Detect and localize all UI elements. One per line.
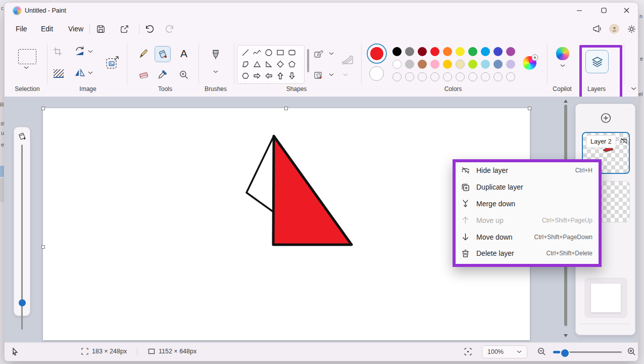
menu-item-move-up[interactable]: Move up Ctrl+Shift+PageUp [456, 212, 599, 229]
color-swatch[interactable] [468, 60, 477, 69]
color-swatch[interactable] [506, 60, 515, 69]
selection-tool-button[interactable] [18, 49, 36, 64]
empty-color-slot[interactable] [405, 72, 414, 81]
canvas-resize-handle[interactable] [41, 107, 45, 110]
menu-item-move-down[interactable]: Move down Ctrl+Shift+PageDown [456, 229, 599, 245]
text-tool-button[interactable]: A [176, 46, 191, 61]
canvas-resize-handle[interactable] [284, 107, 288, 110]
color1-selected-swatch[interactable] [367, 43, 387, 64]
chevron-down-icon[interactable] [343, 73, 348, 76]
empty-color-slot[interactable] [468, 72, 477, 81]
layers-button[interactable] [585, 50, 609, 73]
shape-arrow-up-icon[interactable] [274, 70, 286, 81]
redo-button[interactable] [162, 21, 177, 36]
crop-icon[interactable] [53, 47, 62, 56]
pencil-tool-button[interactable] [136, 46, 151, 61]
shape-outline-icon[interactable] [314, 49, 325, 59]
palette-row-1[interactable] [390, 47, 517, 56]
color-swatch[interactable] [405, 60, 414, 69]
maximize-button[interactable] [592, 3, 615, 18]
color-swatch[interactable] [456, 60, 465, 69]
chevron-down-icon[interactable] [329, 73, 334, 76]
color-swatch[interactable] [418, 60, 427, 69]
empty-color-slot[interactable] [456, 72, 465, 81]
color-swatch[interactable] [481, 47, 490, 56]
chevron-down-icon[interactable] [88, 71, 93, 74]
shape-polygon-icon[interactable] [239, 58, 251, 70]
shape-curve-icon[interactable] [251, 47, 263, 58]
fill-tool-button[interactable] [155, 46, 171, 62]
color-swatch[interactable] [443, 60, 452, 69]
color-swatch[interactable] [493, 47, 503, 56]
empty-color-slot[interactable] [418, 72, 427, 81]
layer-item-background[interactable] [584, 278, 627, 318]
empty-color-slot[interactable] [493, 72, 503, 81]
menu-edit[interactable]: Edit [36, 22, 58, 36]
zoom-in-icon[interactable] [627, 347, 636, 356]
add-layer-button[interactable] [599, 111, 612, 124]
scroll-down-arrow-icon[interactable] [564, 334, 568, 337]
color-picker-tool-button[interactable] [155, 67, 170, 82]
palette-row-2[interactable] [390, 60, 517, 69]
shape-rounded-rectangle-icon[interactable] [286, 47, 298, 58]
settings-button[interactable] [624, 21, 638, 36]
empty-color-slot[interactable] [430, 72, 439, 81]
color-swatch[interactable] [481, 60, 490, 69]
menu-item-merge-down[interactable]: Merge down [456, 196, 599, 212]
account-button[interactable] [609, 24, 619, 34]
shape-line-icon[interactable] [239, 47, 251, 58]
rotate-icon[interactable] [74, 46, 85, 56]
color-swatch[interactable] [418, 47, 427, 56]
shape-arrow-left-icon[interactable] [263, 70, 274, 81]
shape-callout-rounded-icon[interactable] [274, 81, 286, 84]
menu-view[interactable]: View [63, 22, 88, 36]
opacity-slider-thumb[interactable] [19, 299, 26, 306]
palette-row-3-empty[interactable] [390, 72, 517, 81]
shape-arrow-down-icon[interactable] [286, 70, 298, 81]
shape-triangle-icon[interactable] [251, 58, 263, 70]
shape-arrow-right-icon[interactable] [251, 70, 263, 81]
shape-star-five-icon[interactable] [251, 81, 263, 84]
menu-file[interactable]: File [11, 22, 32, 36]
canvas-resize-handle[interactable] [528, 107, 531, 110]
menu-item-duplicate-layer[interactable]: Duplicate layer [456, 179, 599, 196]
chevron-down-icon[interactable] [213, 70, 218, 73]
color-swatch[interactable] [392, 47, 402, 56]
layer-hidden-eye-slash-icon[interactable] [619, 136, 628, 146]
color-swatch[interactable] [405, 47, 414, 56]
flip-icon[interactable] [74, 68, 85, 77]
shape-hexagon-icon[interactable] [239, 70, 251, 81]
ribbon-collapse-chevron-icon[interactable] [631, 87, 636, 90]
feedback-button[interactable] [589, 21, 605, 36]
edit-colors-wheel-icon[interactable] [523, 56, 536, 70]
zoom-level-dropdown[interactable]: 100% [482, 345, 527, 358]
fit-to-screen-icon[interactable] [463, 347, 473, 356]
shape-diamond-icon[interactable] [274, 58, 286, 70]
empty-color-slot[interactable] [506, 72, 515, 81]
share-button[interactable] [117, 21, 132, 36]
color-swatch[interactable] [506, 47, 515, 56]
shape-fill-icon[interactable] [314, 70, 325, 80]
chevron-down-icon[interactable] [329, 52, 334, 55]
magnifier-tool-button[interactable] [176, 67, 191, 82]
save-button[interactable] [93, 21, 108, 36]
shape-star-six-icon[interactable] [263, 81, 274, 84]
color-swatch[interactable] [468, 47, 477, 56]
eraser-tool-button[interactable] [136, 67, 151, 82]
color-swatch[interactable] [430, 60, 439, 69]
menu-item-delete-layer[interactable]: Delete layer Ctrl+Shift+Delete [456, 245, 599, 262]
zoom-slider-thumb[interactable] [560, 348, 570, 358]
menu-item-hide-layer[interactable]: Hide layer Ctrl+H [456, 162, 599, 179]
shape-rectangle-icon[interactable] [274, 47, 286, 58]
color-swatch[interactable] [443, 47, 452, 56]
zoom-out-icon[interactable] [537, 347, 547, 356]
brushes-button[interactable] [208, 46, 224, 66]
empty-color-slot[interactable] [443, 72, 452, 81]
layer-name-chip[interactable]: Layer 2 [586, 135, 616, 148]
shape-right-triangle-icon[interactable] [263, 58, 274, 70]
shape-ellipse-icon[interactable] [263, 47, 274, 58]
color-swatch[interactable] [430, 47, 439, 56]
color-swatch[interactable] [456, 47, 465, 56]
empty-color-slot[interactable] [392, 72, 402, 81]
shape-callout-oval-icon[interactable] [286, 81, 298, 84]
